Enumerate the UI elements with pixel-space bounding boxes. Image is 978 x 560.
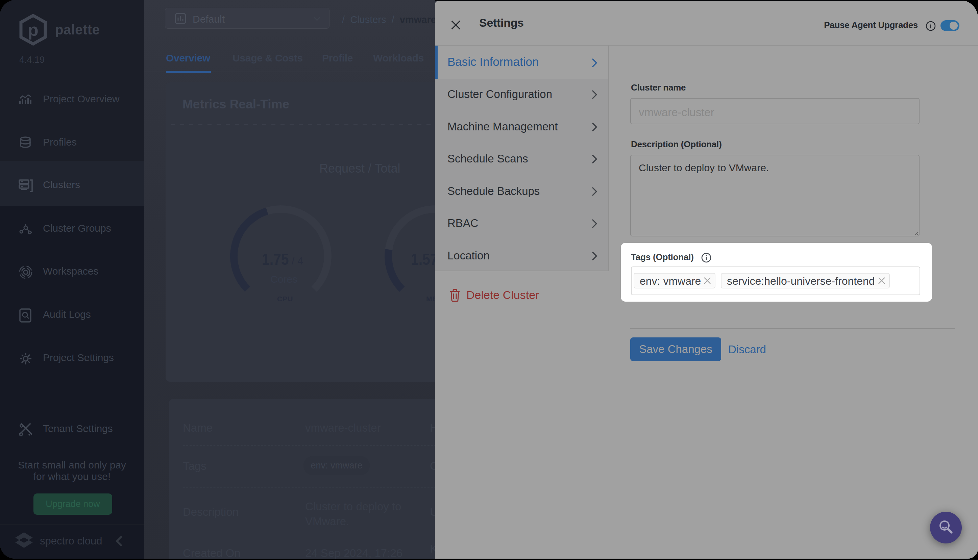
svg-text:p: p <box>28 20 38 40</box>
